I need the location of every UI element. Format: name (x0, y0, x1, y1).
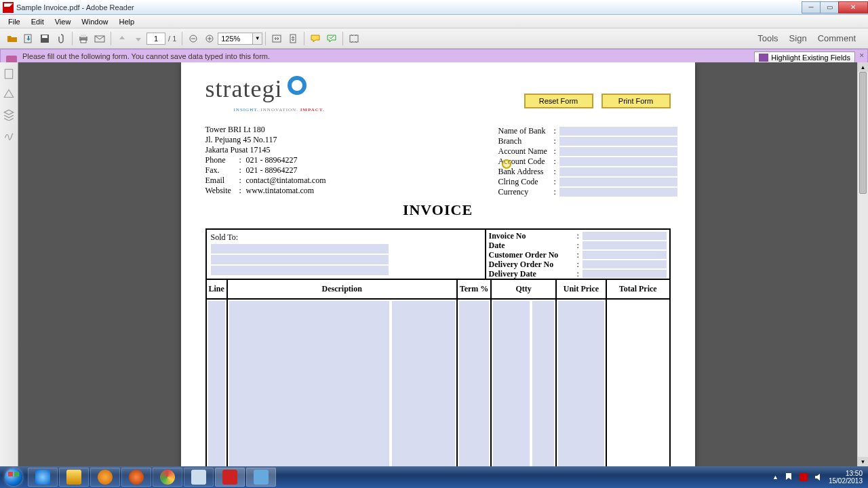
desc-field-1[interactable] (229, 301, 389, 466)
open-icon[interactable] (5, 31, 20, 46)
scroll-down-icon[interactable]: ▼ (858, 457, 868, 466)
fit-page-icon[interactable] (285, 31, 300, 46)
col-price: Unit Price (557, 280, 607, 298)
task-reader[interactable] (215, 468, 245, 487)
tray-action-center-icon[interactable] (784, 472, 793, 482)
line-field[interactable] (208, 301, 225, 466)
tray-volume-icon[interactable] (814, 472, 823, 482)
date-field[interactable] (583, 241, 667, 249)
qty-field-2[interactable] (532, 301, 554, 466)
pdf-page: strategi INSIGHT. INNOVATION. IMPACT. Re… (181, 62, 695, 466)
task-app[interactable] (246, 468, 276, 487)
col-qty: Qtty (492, 280, 557, 298)
start-orb-icon (5, 468, 22, 486)
nav-rail (0, 62, 18, 466)
scroll-up-icon[interactable]: ▲ (858, 62, 868, 72)
start-button[interactable] (0, 466, 27, 488)
task-chrome[interactable] (153, 468, 182, 487)
soldto-label: Sold To: (211, 232, 481, 243)
task-notepad[interactable] (184, 468, 214, 487)
maximize-button[interactable]: ▭ (820, 1, 839, 14)
qty-field-1[interactable] (493, 301, 530, 466)
zoom-dropdown[interactable]: ▼ (253, 33, 262, 45)
invoice-title: INVOICE (205, 201, 671, 219)
soldto-field-1[interactable] (211, 244, 389, 253)
page-sep: / 1 (168, 35, 176, 43)
close-button[interactable]: ✕ (838, 1, 868, 14)
print-icon[interactable] (76, 31, 91, 46)
logo-tagline: INSIGHT. INNOVATION. IMPACT. (234, 107, 325, 113)
svg-rect-15 (5, 69, 12, 79)
menu-view[interactable]: View (50, 16, 77, 27)
price-field[interactable] (558, 301, 604, 466)
currency-field[interactable] (559, 188, 677, 197)
bank-details: Name of Bank: Branch: Account Name: Acco… (498, 126, 677, 197)
comment-pane[interactable]: Comment (818, 33, 856, 43)
tray-show-hidden-icon[interactable]: ▲ (772, 474, 778, 481)
soldto-field-3[interactable] (211, 266, 389, 275)
layers-icon[interactable] (3, 108, 15, 121)
system-tray: ▲ 13:5015/02/2013 (772, 470, 868, 485)
app-icon-tb (254, 470, 269, 485)
deliv-date-field[interactable] (583, 270, 667, 278)
invoice-no-field[interactable] (583, 232, 667, 240)
sign-pane[interactable]: Sign (789, 33, 807, 43)
cust-order-field[interactable] (583, 251, 667, 259)
menu-window[interactable]: Window (76, 16, 113, 27)
svg-rect-5 (81, 40, 86, 43)
task-explorer[interactable] (59, 468, 89, 487)
desc-field-2[interactable] (392, 301, 455, 466)
email-icon[interactable] (92, 31, 107, 46)
tray-av-icon[interactable] (799, 472, 808, 482)
branch-field[interactable] (559, 137, 677, 146)
tools-pane[interactable]: Tools (757, 33, 778, 43)
page-input[interactable] (146, 33, 165, 45)
fit-width-icon[interactable] (269, 31, 284, 46)
notice-close-icon[interactable]: ✕ (859, 52, 865, 59)
zoom-in-icon[interactable] (202, 31, 217, 46)
content-area: strategi INSIGHT. INNOVATION. IMPACT. Re… (0, 62, 868, 466)
tray-clock[interactable]: 13:5015/02/2013 (829, 470, 863, 485)
menu-edit[interactable]: Edit (26, 16, 50, 27)
menu-file[interactable]: File (3, 16, 26, 27)
firefox-icon (129, 470, 144, 485)
folder-icon (66, 470, 81, 485)
comment-bubble-icon[interactable] (308, 31, 323, 46)
minimize-button[interactable]: ─ (802, 1, 821, 14)
read-mode-icon[interactable] (347, 31, 361, 46)
document-area[interactable]: strategi INSIGHT. INNOVATION. IMPACT. Re… (18, 62, 857, 466)
task-firefox[interactable] (121, 468, 151, 487)
logo-icon (288, 76, 307, 95)
zoom-input[interactable] (218, 33, 253, 45)
task-wmp[interactable] (90, 468, 120, 487)
page-down-icon[interactable] (131, 31, 146, 46)
clring-code-field[interactable] (559, 178, 677, 186)
export-icon[interactable] (21, 31, 36, 46)
save-icon[interactable] (37, 31, 52, 46)
deliv-order-field[interactable] (583, 260, 667, 268)
menu-help[interactable]: Help (113, 16, 140, 27)
scroll-thumb[interactable] (859, 72, 867, 194)
chrome-icon (160, 470, 175, 485)
col-line: Line (207, 280, 228, 298)
account-code-field[interactable] (559, 157, 677, 166)
ie-icon (35, 470, 50, 485)
svg-rect-2 (42, 35, 47, 38)
task-ie[interactable] (28, 468, 58, 487)
logo-text: strategi (205, 75, 283, 103)
reset-form-button[interactable]: Reset Form (524, 94, 593, 108)
soldto-field-2[interactable] (211, 255, 389, 264)
attach-icon[interactable] (54, 31, 68, 46)
account-name-field[interactable] (559, 147, 677, 156)
thumbnails-icon[interactable] (3, 68, 15, 80)
vertical-scrollbar[interactable]: ▲ ▼ (857, 62, 868, 466)
stamp-icon[interactable] (324, 31, 339, 46)
bookmarks-icon[interactable] (3, 88, 15, 100)
bank-name-field[interactable] (559, 127, 677, 136)
signatures-icon[interactable] (3, 129, 15, 141)
term-field[interactable] (459, 301, 490, 466)
page-up-icon[interactable] (115, 31, 130, 46)
bank-address-field[interactable] (559, 167, 677, 176)
zoom-out-icon[interactable] (186, 31, 201, 46)
print-form-button[interactable]: Print Form (601, 94, 671, 108)
